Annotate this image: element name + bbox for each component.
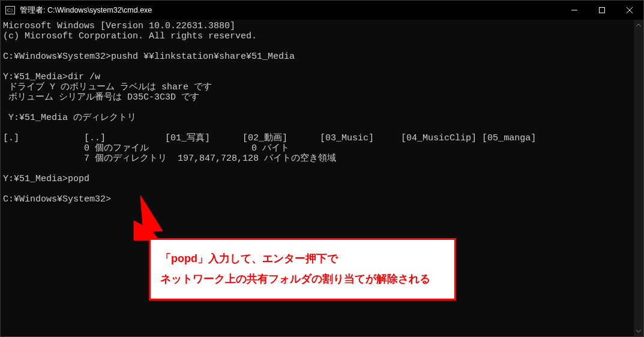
titlebar[interactable]: C:\ 管理者: C:\Windows\system32\cmd.exe [1,1,643,20]
callout-line-1: 「popd」入力して、エンター押下で [160,248,445,269]
close-button[interactable] [616,1,643,20]
minimize-button[interactable] [561,1,588,20]
svg-rect-3 [600,8,605,13]
svg-text:C:\: C:\ [7,8,14,13]
scrollbar-track[interactable] [634,31,643,326]
maximize-button[interactable] [588,1,616,20]
scrollbar[interactable] [634,20,643,336]
cmd-window: C:\ 管理者: C:\Windows\system32\cmd.exe Mic… [0,0,644,337]
annotation-callout: 「popd」入力して、エンター押下で ネットワーク上の共有フォルダの割り当てが解… [149,238,456,300]
cmd-icon: C:\ [5,5,15,15]
window-title: 管理者: C:\Windows\system32\cmd.exe [20,5,152,16]
scroll-up-button[interactable] [634,20,643,31]
callout-line-2: ネットワーク上の共有フォルダの割り当てが解除される [160,269,445,289]
scroll-down-button[interactable] [634,326,643,336]
